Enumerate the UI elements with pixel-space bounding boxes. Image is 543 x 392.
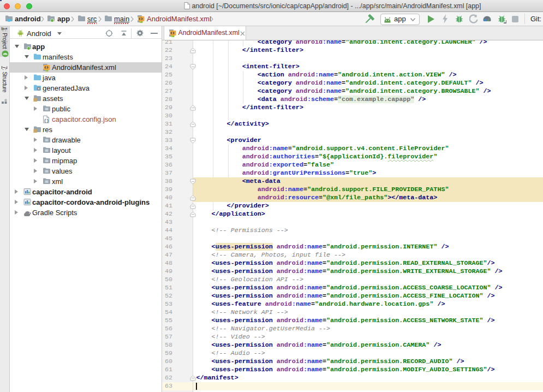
svg-text:{}: {}	[44, 118, 49, 123]
